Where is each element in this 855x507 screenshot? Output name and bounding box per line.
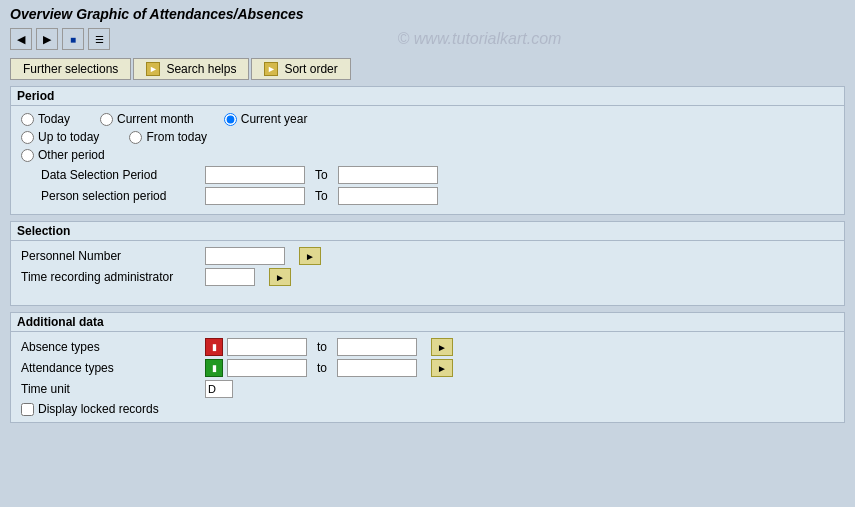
- period-row-3: Other period: [21, 148, 834, 162]
- radio-current-year-label: Current year: [241, 112, 308, 126]
- absence-types-row: Absence types ▮ to ►: [21, 338, 834, 356]
- radio-current-year-input[interactable]: [224, 113, 237, 126]
- attendance-arrow-icon[interactable]: ►: [431, 359, 453, 377]
- radio-other-period: Other period: [21, 148, 105, 162]
- person-selection-label: Person selection period: [41, 189, 201, 203]
- personnel-input[interactable]: [205, 247, 285, 265]
- attendance-types-to-input[interactable]: [337, 359, 417, 377]
- tab-further-selections-label: Further selections: [23, 62, 118, 76]
- person-selection-from-input[interactable]: [205, 187, 305, 205]
- data-selection-row: Data Selection Period To: [41, 166, 834, 184]
- time-unit-label: Time unit: [21, 382, 201, 396]
- period-header: Period: [11, 87, 844, 106]
- absence-types-to-input[interactable]: [337, 338, 417, 356]
- absence-arrow-icon[interactable]: ►: [431, 338, 453, 356]
- person-selection-to-label: To: [315, 189, 328, 203]
- watermark: © www.tutorialkart.com: [114, 30, 845, 48]
- search-helps-arrow-icon: ►: [146, 62, 160, 76]
- radio-from-today-label: From today: [146, 130, 207, 144]
- radio-from-today: From today: [129, 130, 207, 144]
- person-selection-row: Person selection period To: [41, 187, 834, 205]
- radio-up-to-today-label: Up to today: [38, 130, 99, 144]
- command-icon[interactable]: ☰: [88, 28, 110, 50]
- time-recording-row: Time recording administrator ►: [21, 268, 834, 286]
- absence-to-label: to: [317, 340, 327, 354]
- time-unit-input[interactable]: [205, 380, 233, 398]
- sort-order-arrow-icon: ►: [264, 62, 278, 76]
- toolbar: ◀ ▶ ■ ☰ © www.tutorialkart.com: [0, 24, 855, 54]
- radio-up-to-today-input[interactable]: [21, 131, 34, 144]
- personnel-row: Personnel Number ►: [21, 247, 834, 265]
- period-section: Period Today Current month Current year: [10, 86, 845, 215]
- radio-today: Today: [21, 112, 70, 126]
- personnel-arrow-btn[interactable]: ►: [299, 247, 321, 265]
- time-recording-arrow-icon[interactable]: ►: [269, 268, 291, 286]
- radio-other-period-label: Other period: [38, 148, 105, 162]
- radio-other-period-input[interactable]: [21, 149, 34, 162]
- attendance-types-row: Attendance types ▮ to ►: [21, 359, 834, 377]
- tabs-bar: Further selections ► Search helps ► Sort…: [0, 54, 855, 80]
- display-locked-checkbox[interactable]: [21, 403, 34, 416]
- absence-arrow-btn[interactable]: ►: [431, 338, 453, 356]
- absence-types-red-btn[interactable]: ▮: [205, 338, 223, 356]
- tab-search-helps-label: Search helps: [166, 62, 236, 76]
- save-icon[interactable]: ■: [62, 28, 84, 50]
- data-selection-to-label: To: [315, 168, 328, 182]
- main-content: Period Today Current month Current year: [0, 80, 855, 435]
- forward-icon[interactable]: ▶: [36, 28, 58, 50]
- time-recording-label: Time recording administrator: [21, 270, 201, 284]
- radio-current-year: Current year: [224, 112, 308, 126]
- person-selection-to-input[interactable]: [338, 187, 438, 205]
- tab-search-helps[interactable]: ► Search helps: [133, 58, 249, 80]
- attendance-types-label: Attendance types: [21, 361, 201, 375]
- back-icon[interactable]: ◀: [10, 28, 32, 50]
- period-row-2: Up to today From today: [21, 130, 834, 144]
- radio-current-month: Current month: [100, 112, 194, 126]
- data-selection-label: Data Selection Period: [41, 168, 201, 182]
- radio-current-month-label: Current month: [117, 112, 194, 126]
- attendance-to-label: to: [317, 361, 327, 375]
- period-row-1: Today Current month Current year: [21, 112, 834, 126]
- attendance-types-from-input[interactable]: [227, 359, 307, 377]
- attendance-green-icon: ▮: [212, 363, 217, 373]
- data-selection-from-input[interactable]: [205, 166, 305, 184]
- tab-sort-order[interactable]: ► Sort order: [251, 58, 350, 80]
- time-recording-input[interactable]: [205, 268, 255, 286]
- radio-today-input[interactable]: [21, 113, 34, 126]
- time-unit-row: Time unit: [21, 380, 834, 398]
- display-locked-row: Display locked records: [21, 402, 834, 416]
- radio-from-today-input[interactable]: [129, 131, 142, 144]
- absence-types-label: Absence types: [21, 340, 201, 354]
- period-body: Today Current month Current year Up to t…: [11, 106, 844, 214]
- additional-section: Additional data Absence types ▮ to ► Att…: [10, 312, 845, 423]
- time-recording-arrow-btn[interactable]: ►: [269, 268, 291, 286]
- tab-further-selections[interactable]: Further selections: [10, 58, 131, 80]
- additional-body: Absence types ▮ to ► Attendance types ▮ …: [11, 332, 844, 422]
- tab-sort-order-label: Sort order: [284, 62, 337, 76]
- radio-today-label: Today: [38, 112, 70, 126]
- absence-types-from-input[interactable]: [227, 338, 307, 356]
- page-title: Overview Graphic of Attendances/Absences: [0, 0, 855, 24]
- additional-header: Additional data: [11, 313, 844, 332]
- attendance-arrow-btn[interactable]: ►: [431, 359, 453, 377]
- selection-header: Selection: [11, 222, 844, 241]
- data-selection-to-input[interactable]: [338, 166, 438, 184]
- personnel-label: Personnel Number: [21, 249, 201, 263]
- personnel-arrow-icon[interactable]: ►: [299, 247, 321, 265]
- attendance-types-green-btn[interactable]: ▮: [205, 359, 223, 377]
- absence-red-icon: ▮: [212, 342, 217, 352]
- radio-current-month-input[interactable]: [100, 113, 113, 126]
- selection-body: Personnel Number ► Time recording admini…: [11, 241, 844, 305]
- selection-section: Selection Personnel Number ► Time record…: [10, 221, 845, 306]
- radio-up-to-today: Up to today: [21, 130, 99, 144]
- display-locked-label: Display locked records: [38, 402, 159, 416]
